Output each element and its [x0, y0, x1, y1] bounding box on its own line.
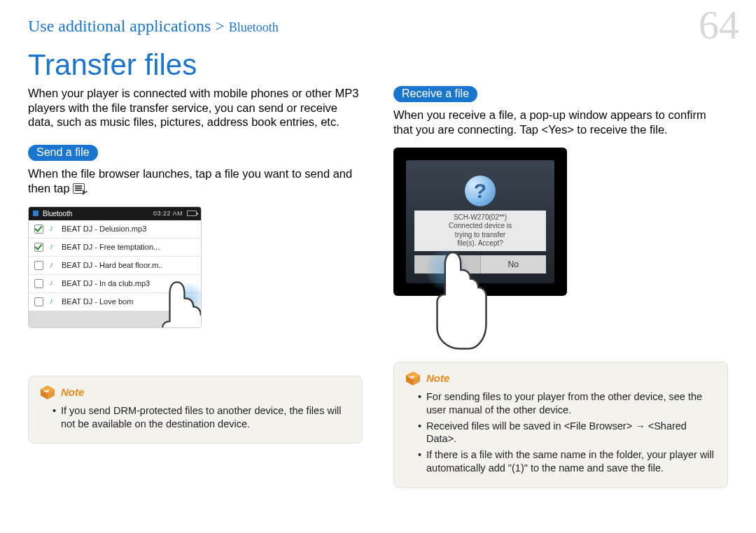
- file-name: BEAT DJ - In da club.mp3: [62, 279, 150, 287]
- checkbox-icon[interactable]: [34, 225, 43, 234]
- page-title: Transfer files: [28, 48, 728, 82]
- note-item: If you send DRM-protected files to anoth…: [52, 404, 351, 431]
- file-browser-screenshot: Bluetooth 03:22 AM BEAT DJ - Delusion.mp…: [28, 206, 202, 328]
- file-name: BEAT DJ - Hard beat floor.m..: [62, 261, 162, 269]
- note-box-receive: Note For sending files to your player fr…: [393, 362, 728, 488]
- popup-line: SCH-W270(02**): [454, 213, 507, 221]
- note-cube-icon: [40, 385, 55, 400]
- popup-line: trying to transfer: [455, 231, 505, 239]
- checkbox-icon[interactable]: [34, 261, 43, 270]
- device-time: 03:22 AM: [153, 210, 183, 217]
- page-number: 64: [699, 1, 739, 48]
- note-box-send: Note If you send DRM-protected files to …: [28, 376, 363, 444]
- music-icon: [49, 261, 57, 269]
- note-cube-icon: [405, 371, 421, 386]
- receive-instruction: When you receive a file, a pop-up window…: [393, 108, 728, 138]
- music-icon: [49, 279, 57, 287]
- file-row[interactable]: BEAT DJ - Delusion.mp3: [29, 220, 201, 239]
- note-item: If there is a file with the same name in…: [418, 448, 716, 475]
- header-square-icon: [33, 211, 38, 216]
- note-item: Received files will be saved in <File Br…: [418, 420, 716, 446]
- music-icon: [49, 297, 57, 306]
- music-icon: [49, 225, 57, 233]
- file-name: BEAT DJ - Love bom: [62, 297, 133, 306]
- pointing-hand-icon: [139, 276, 202, 328]
- file-name: BEAT DJ - Free temptation...: [62, 243, 160, 251]
- checkbox-icon[interactable]: [34, 243, 43, 252]
- note-label: Note: [426, 372, 449, 384]
- file-row[interactable]: BEAT DJ - Free temptation...: [29, 239, 201, 257]
- breadcrumb-sub: Bluetooth: [229, 20, 279, 34]
- note-item: For sending files to your player from th…: [418, 390, 716, 417]
- send-list-icon: [73, 183, 85, 194]
- music-icon: [49, 243, 57, 251]
- send-a-file-pill: Send a file: [28, 145, 98, 161]
- breadcrumb: Use additional applications > Bluetooth: [28, 17, 728, 36]
- checkbox-icon[interactable]: [34, 279, 43, 288]
- send-instruction: When the file browser launches, tap a fi…: [28, 166, 363, 197]
- receive-a-file-pill: Receive a file: [393, 86, 477, 102]
- file-row[interactable]: BEAT DJ - Hard beat floor.m..: [29, 257, 201, 275]
- note-label: Note: [61, 386, 84, 398]
- file-name: BEAT DJ - Delusion.mp3: [62, 225, 146, 233]
- receive-popup-screenshot: ? SCH-W270(02**) Connected device is try…: [393, 148, 567, 296]
- popup-line: Connected device is: [449, 222, 512, 229]
- pointing-hand-icon: [414, 246, 491, 350]
- breadcrumb-main: Use additional applications >: [28, 17, 229, 35]
- device-status-bar: Bluetooth 03:22 AM: [29, 207, 201, 220]
- checkbox-icon[interactable]: [34, 297, 43, 306]
- device-title: Bluetooth: [43, 210, 72, 218]
- question-mark-icon: ?: [465, 176, 496, 206]
- intro-text: When your player is connected with mobil…: [28, 86, 363, 129]
- battery-icon: [187, 211, 197, 216]
